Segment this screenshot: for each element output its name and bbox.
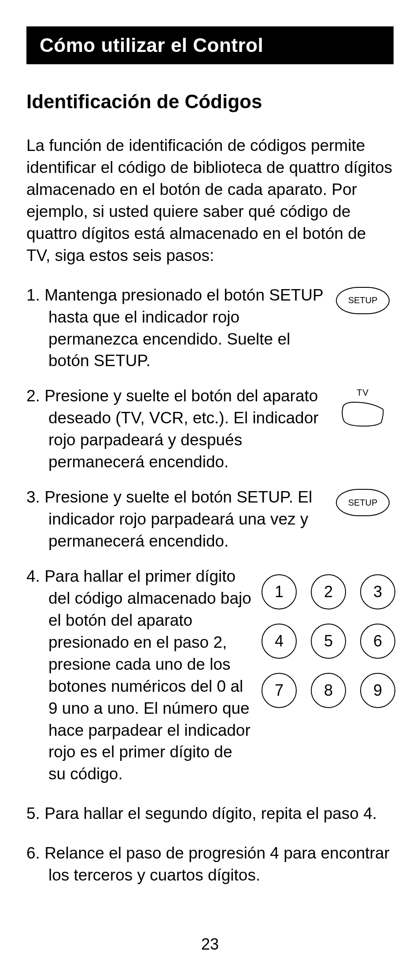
- step-6-text: 6. Relance el paso de progresión 4 para …: [26, 842, 394, 886]
- step-3: 3. Presione y suelte el botón SETUP. El …: [26, 486, 394, 552]
- key-4: 4: [262, 624, 297, 659]
- key-3: 3: [360, 574, 395, 609]
- step-6: 6. Relance el paso de progresión 4 para …: [26, 842, 394, 886]
- step-1: 1. Mantenga presionado el botón SETUP ha…: [26, 284, 394, 372]
- manual-page: Cómo utilizar el Control Identificación …: [0, 0, 420, 980]
- setup-button-icon-2: SETUP: [336, 489, 390, 516]
- section-heading: Identificación de Códigos: [26, 91, 394, 113]
- key-1: 1: [262, 574, 297, 609]
- tv-button-icon: [341, 400, 385, 428]
- tv-button-label: TV: [357, 388, 369, 398]
- step-2: 2. Presione y suelte el botón del aparat…: [26, 385, 394, 473]
- step-2-text: 2. Presione y suelte el botón del aparat…: [26, 385, 332, 473]
- key-7: 7: [262, 673, 297, 708]
- number-keypad: 1 2 3 4 5 6 7 8 9: [262, 574, 394, 706]
- step-5: 5. Para hallar el segundo dígito, repita…: [26, 803, 394, 825]
- title-bar: Cómo utilizar el Control: [26, 26, 394, 64]
- key-5: 5: [311, 624, 346, 659]
- key-2: 2: [311, 574, 346, 609]
- step-4: 4. Para hallar el primer dígito del códi…: [26, 565, 394, 785]
- step-1-text: 1. Mantenga presionado el botón SETUP ha…: [26, 284, 332, 372]
- key-6: 6: [360, 624, 395, 659]
- step-5-text: 5. Para hallar el segundo dígito, repita…: [26, 803, 394, 825]
- page-number: 23: [0, 935, 420, 954]
- intro-paragraph: La función de identificación de códigos …: [26, 135, 394, 267]
- step-3-text: 3. Presione y suelte el botón SETUP. El …: [26, 486, 332, 552]
- setup-button-icon: SETUP: [336, 287, 390, 314]
- key-8: 8: [311, 673, 346, 708]
- key-9: 9: [360, 673, 395, 708]
- step-4-text: 4. Para hallar el primer dígito del códi…: [26, 565, 253, 785]
